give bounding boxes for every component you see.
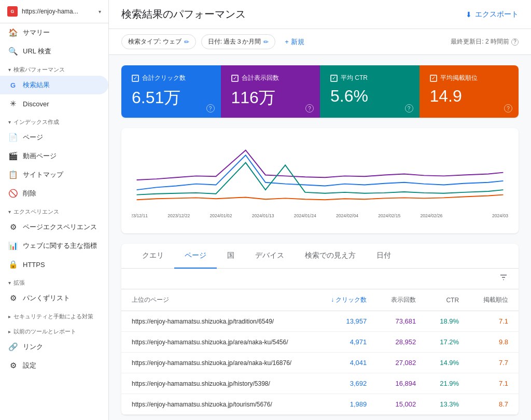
nav-pages-label: ページ (23, 133, 43, 142)
clicks-help[interactable]: ? (206, 104, 215, 113)
row-impressions: 27,082 (377, 353, 426, 373)
impressions-checkbox: ✓ (231, 75, 239, 82)
tabs-section: クエリ ページ 国 デバイス 検索での見え方 日付 (121, 244, 519, 415)
row-ctr: 17.2% (426, 332, 469, 353)
table-row[interactable]: https://enjoy-hamamatsu.shizuoka.jp/trad… (121, 311, 519, 332)
table-row[interactable]: https://enjoy-hamamatsu.shizuoka.jp/area… (121, 332, 519, 353)
row-url: https://enjoy-hamamatsu.shizuoka.jp/area… (121, 353, 316, 373)
tab-search-appearance[interactable]: 検索での見え方 (295, 244, 366, 269)
section-search-performance[interactable]: ▾ 検索パフォーマンス (0, 61, 108, 76)
tab-device[interactable]: デバイス (245, 244, 295, 269)
nav-breadcrumbs[interactable]: ⚙ パンくずリスト (0, 289, 108, 307)
discover-icon: ✳ (8, 99, 18, 108)
impressions-help[interactable]: ? (305, 104, 314, 113)
metric-clicks[interactable]: ✓ 合計クリック数 6.51万 ? (121, 65, 221, 118)
nav-removal-label: 削除 (23, 189, 36, 198)
ctr-help[interactable]: ? (405, 104, 413, 113)
ctr-value: 5.6% (330, 87, 409, 106)
position-checkbox: ✓ (430, 75, 437, 82)
metric-impressions[interactable]: ✓ 合計表示回数 116万 ? (221, 65, 320, 118)
nav-links[interactable]: 🔗 リンク (0, 338, 108, 356)
col-position[interactable]: 掲載順位 (469, 289, 519, 311)
row-clicks: 3,692 (316, 373, 377, 394)
section-security[interactable]: ▸ セキュリティと手動による対策 (0, 307, 108, 323)
search-type-filter[interactable]: 検索タイプ: ウェブ ✏ (121, 34, 196, 49)
row-url: https://enjoy-hamamatsu.shizuoka.jp/hist… (121, 373, 316, 394)
date-range-label: 日付: 過去３か月間 (208, 37, 261, 46)
metric-ctr[interactable]: ✓ 平均 CTR 5.6% ? (320, 65, 420, 118)
date-range-filter[interactable]: 日付: 過去３か月間 ✏ (201, 34, 276, 49)
section-security-label: セキュリティと手動による対策 (13, 313, 93, 320)
tab-query[interactable]: クエリ (132, 244, 174, 269)
row-url: https://enjoy-hamamatsu.shizuoka.jp/trad… (121, 311, 316, 332)
nav-video-pages[interactable]: 🎬 動画ページ (0, 147, 108, 165)
nav-pages[interactable]: 📄 ページ (0, 128, 108, 147)
row-impressions: 15,002 (377, 394, 426, 415)
nav-video-pages-label: 動画ページ (23, 151, 57, 161)
home-icon: 🏠 (8, 28, 18, 37)
export-button[interactable]: ⬇ エクスポート (466, 10, 519, 19)
tab-country[interactable]: 国 (217, 244, 245, 269)
nav-page-experience[interactable]: ⚙ ページエクスペリエンス (0, 218, 108, 236)
sitemap-icon: 📋 (8, 170, 18, 179)
x-label-1: 2023/12/22 (167, 213, 190, 218)
row-impressions: 16,894 (377, 373, 426, 394)
row-ctr: 21.9% (426, 373, 469, 394)
nav-url-inspection[interactable]: 🔍 URL 検査 (0, 42, 108, 61)
new-filter-button[interactable]: + 新規 (281, 35, 308, 49)
section-experience-label: エクスペリエンス (13, 208, 59, 216)
nav-search-results[interactable]: G 検索結果 (0, 76, 108, 94)
search-icon: 🔍 (8, 47, 18, 56)
nav-page-experience-label: ページエクスペリエンス (23, 222, 97, 232)
site-url: https://enjoy-hama... (22, 8, 94, 15)
info-icon: ? (511, 38, 519, 46)
collapse-arrow: ▾ (8, 67, 11, 73)
removal-icon: 🚫 (8, 189, 18, 198)
nav-https-label: HTTPS (23, 261, 45, 269)
nav-https[interactable]: 🔒 HTTPS (0, 255, 108, 274)
nav-settings[interactable]: ⚙ 設定 (0, 356, 108, 375)
section-legacy[interactable]: ▸ 以前のツールとレポート (0, 323, 108, 338)
table-filter-icon[interactable] (499, 273, 508, 285)
tab-date[interactable]: 日付 (366, 244, 401, 269)
vitals-icon: 📊 (8, 241, 18, 250)
nav-sitemap[interactable]: 📋 サイトマップ (0, 165, 108, 184)
tab-page[interactable]: ページ (174, 244, 217, 269)
col-ctr[interactable]: CTR (426, 289, 469, 311)
position-help[interactable]: ? (504, 104, 512, 113)
settings-icon: ⚙ (8, 361, 18, 370)
section-experience[interactable]: ▾ エクスペリエンス (0, 203, 108, 218)
lock-icon: 🔒 (8, 260, 18, 269)
row-ctr: 13.3% (426, 394, 469, 415)
last-updated-text: 最終更新日: 2 時間前 (451, 37, 509, 46)
nav-summary[interactable]: 🏠 サマリー (0, 23, 108, 42)
nav-discover[interactable]: ✳ Discover (0, 94, 108, 113)
col-impressions[interactable]: 表示回数 (377, 289, 426, 311)
nav-web-vitals[interactable]: 📊 ウェブに関する主な指標 (0, 236, 108, 255)
row-clicks: 4,971 (316, 332, 377, 353)
x-label-8: 2024/03/08 (492, 213, 508, 218)
metric-position[interactable]: ✓ 平均掲載順位 14.9 ? (420, 65, 519, 118)
nav-links-label: リンク (23, 342, 43, 352)
nav-removal[interactable]: 🚫 削除 (0, 184, 108, 203)
edit-search-type-icon: ✏ (184, 38, 189, 46)
x-label-4: 2024/01/24 (294, 213, 316, 218)
table-row[interactable]: https://enjoy-hamamatsu.shizuoka.jp/tour… (121, 394, 519, 415)
nav-search-results-label: 検索結果 (23, 80, 50, 90)
main-content: 検索結果のパフォーマンス ⬇ エクスポート 検索タイプ: ウェブ ✏ 日付: 過… (109, 0, 531, 420)
section-extensions[interactable]: ▾ 拡張 (0, 274, 108, 289)
site-selector[interactable]: G https://enjoy-hama... ▾ (0, 0, 108, 23)
row-position: 9.8 (469, 332, 519, 353)
row-url: https://enjoy-hamamatsu.shizuoka.jp/tour… (121, 394, 316, 415)
table-row[interactable]: https://enjoy-hamamatsu.shizuoka.jp/hist… (121, 373, 519, 394)
edit-date-icon: ✏ (263, 38, 269, 46)
col-page[interactable]: 上位のページ (121, 289, 316, 311)
position-line (137, 195, 504, 200)
section-index[interactable]: ▾ インデックス作成 (0, 113, 108, 128)
chart-svg: 2023/12/11 2023/12/22 2024/01/02 2024/01… (132, 138, 508, 221)
impressions-line (137, 150, 504, 180)
search-type-label: 検索タイプ: ウェブ (128, 37, 181, 46)
table-row[interactable]: https://enjoy-hamamatsu.shizuoka.jp/area… (121, 353, 519, 373)
ctr-line (137, 163, 504, 195)
col-clicks[interactable]: ↓ クリック数 (316, 289, 377, 311)
